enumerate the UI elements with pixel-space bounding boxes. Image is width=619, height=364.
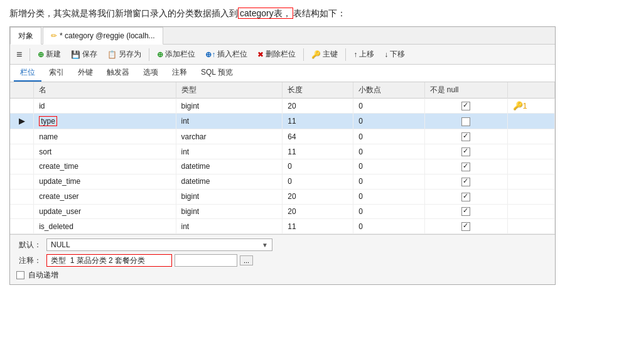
field-not-null[interactable] bbox=[424, 99, 507, 114]
field-key bbox=[507, 219, 555, 234]
edit-icon: ✏ bbox=[51, 31, 57, 40]
tab-fields[interactable]: 栏位 bbox=[14, 65, 41, 82]
saveas-icon: 📋 bbox=[107, 50, 117, 59]
field-key bbox=[507, 189, 555, 204]
tab-options[interactable]: 选项 bbox=[137, 65, 164, 82]
field-not-null[interactable] bbox=[424, 174, 507, 189]
saveas-button[interactable]: 📋 另存为 bbox=[105, 48, 144, 61]
field-not-null[interactable] bbox=[424, 129, 507, 144]
toolbar-sep4 bbox=[345, 48, 346, 61]
add-col-button[interactable]: ⊕ 添加栏位 bbox=[154, 48, 198, 61]
row-indicator bbox=[10, 144, 34, 159]
table-row[interactable]: create_userbigint200 bbox=[10, 189, 555, 204]
field-decimal: 0 bbox=[353, 174, 424, 189]
table-row[interactable]: is_deletedint110 bbox=[10, 219, 555, 234]
field-not-null[interactable] bbox=[424, 144, 507, 159]
header-length: 长度 bbox=[283, 82, 353, 99]
table-row[interactable]: update_timedatetime00 bbox=[10, 174, 555, 189]
checked-checkbox[interactable] bbox=[461, 222, 470, 231]
tab-object-label: 对象 bbox=[18, 31, 33, 41]
field-name: update_user bbox=[34, 204, 176, 219]
checked-checkbox[interactable] bbox=[461, 132, 470, 141]
fields-table: 名 类型 长度 小数点 不是 null idbigint200🔑1▶typein… bbox=[10, 82, 555, 234]
table-row[interactable]: update_userbigint200 bbox=[10, 204, 555, 219]
field-name: id bbox=[34, 99, 176, 114]
table-row[interactable]: namevarchar640 bbox=[10, 129, 555, 144]
delete-col-button[interactable]: ✖ 删除栏位 bbox=[255, 48, 298, 61]
row-indicator: ▶ bbox=[10, 114, 34, 129]
field-type: datetime bbox=[176, 174, 283, 189]
field-decimal: 0 bbox=[353, 99, 424, 114]
header-indicator bbox=[10, 82, 34, 99]
field-not-null[interactable] bbox=[424, 219, 507, 234]
field-name: name bbox=[34, 129, 176, 144]
field-key bbox=[507, 114, 555, 129]
field-type: bigint bbox=[176, 204, 283, 219]
checked-checkbox[interactable] bbox=[461, 207, 470, 216]
new-button[interactable]: ⊕ 新建 bbox=[35, 48, 63, 61]
table-row[interactable]: sortint110 bbox=[10, 144, 555, 159]
auto-increment-row: 自动递增 bbox=[16, 270, 549, 281]
field-length: 11 bbox=[283, 114, 353, 129]
tab-object[interactable]: 对象 bbox=[10, 27, 41, 45]
comment-input[interactable] bbox=[46, 254, 172, 267]
field-type: varchar bbox=[176, 129, 283, 144]
comment-input-extra[interactable] bbox=[175, 254, 237, 267]
title-bar: 对象 ✏ * category @reggie (localh... bbox=[10, 27, 555, 45]
field-decimal: 0 bbox=[353, 114, 424, 129]
comment-label: 注释： bbox=[16, 255, 41, 266]
table-header-row: 名 类型 长度 小数点 不是 null bbox=[10, 82, 555, 99]
new-label: 新建 bbox=[46, 49, 61, 60]
tab-sql-preview[interactable]: SQL 预览 bbox=[195, 65, 239, 82]
table-row[interactable]: create_timedatetime00 bbox=[10, 159, 555, 174]
ellipsis-button[interactable]: ... bbox=[240, 255, 253, 265]
primary-key-button[interactable]: 🔑 主键 bbox=[309, 48, 340, 61]
field-type: bigint bbox=[176, 99, 283, 114]
tab-foreign-key[interactable]: 外键 bbox=[72, 65, 99, 82]
field-length: 20 bbox=[283, 189, 353, 204]
new-icon: ⊕ bbox=[38, 50, 44, 59]
field-not-null[interactable] bbox=[424, 189, 507, 204]
header-name: 名 bbox=[34, 82, 176, 99]
checked-checkbox[interactable] bbox=[461, 147, 470, 156]
tab-trigger[interactable]: 触发器 bbox=[100, 65, 136, 82]
insert-col-button[interactable]: ⊕↑ 插入栏位 bbox=[203, 48, 250, 61]
default-label: 默认： bbox=[16, 240, 41, 250]
row-indicator bbox=[10, 99, 34, 114]
menu-button[interactable]: ≡ bbox=[14, 49, 24, 60]
insert-col-label: 插入栏位 bbox=[217, 49, 247, 60]
field-name: update_time bbox=[34, 174, 176, 189]
field-not-null[interactable] bbox=[424, 114, 507, 129]
checked-checkbox[interactable] bbox=[461, 102, 470, 110]
auto-increment-checkbox[interactable] bbox=[16, 271, 24, 279]
move-down-button[interactable]: ↓ 下移 bbox=[382, 48, 407, 61]
dropdown-arrow-icon: ▼ bbox=[262, 242, 268, 249]
tab-category[interactable]: ✏ * category @reggie (localh... bbox=[43, 27, 163, 45]
field-type: datetime bbox=[176, 159, 283, 174]
field-not-null[interactable] bbox=[424, 159, 507, 174]
field-key bbox=[507, 144, 555, 159]
move-up-label: 上移 bbox=[359, 49, 374, 60]
save-button[interactable]: 💾 保存 bbox=[68, 48, 100, 61]
checked-checkbox[interactable] bbox=[461, 163, 470, 171]
bottom-panel: 默认： NULL ▼ 注释： ... 自动递增 bbox=[10, 234, 555, 284]
field-length: 64 bbox=[283, 129, 353, 144]
field-name: create_user bbox=[34, 189, 176, 204]
field-type: int bbox=[176, 219, 283, 234]
fields-table-area: 名 类型 长度 小数点 不是 null idbigint200🔑1▶typein… bbox=[10, 82, 555, 234]
tab-comments[interactable]: 注释 bbox=[166, 65, 193, 82]
default-value: NULL bbox=[51, 240, 70, 249]
tab-index[interactable]: 索引 bbox=[43, 65, 70, 82]
checked-checkbox[interactable] bbox=[461, 178, 470, 186]
checked-checkbox[interactable] bbox=[461, 193, 470, 201]
table-row[interactable]: ▶typeint110 bbox=[10, 114, 555, 129]
move-up-button[interactable]: ↑ 上移 bbox=[351, 48, 377, 61]
field-not-null[interactable] bbox=[424, 204, 507, 219]
table-row[interactable]: idbigint200🔑1 bbox=[10, 99, 555, 114]
field-length: 0 bbox=[283, 174, 353, 189]
unchecked-checkbox[interactable] bbox=[461, 117, 470, 126]
default-dropdown[interactable]: NULL ▼ bbox=[46, 238, 272, 251]
field-decimal: 0 bbox=[353, 144, 424, 159]
header-type: 类型 bbox=[176, 82, 283, 99]
field-key bbox=[507, 204, 555, 219]
